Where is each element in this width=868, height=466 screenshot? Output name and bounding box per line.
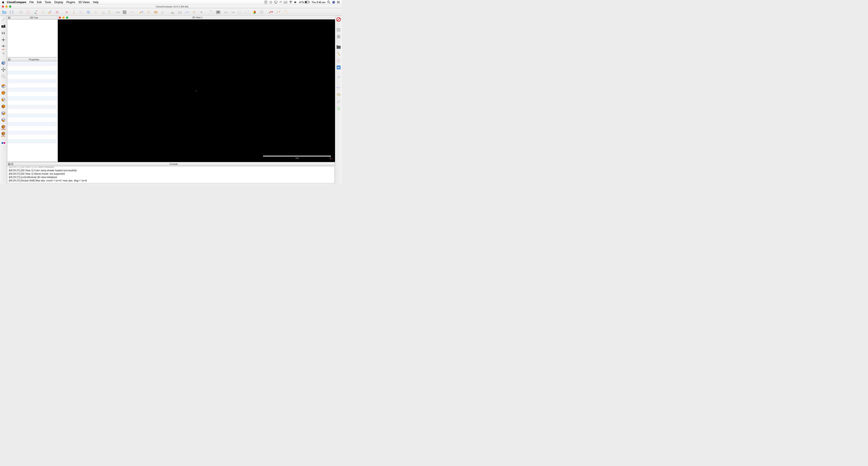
one-to-one-icon[interactable]: 1:1	[1, 30, 6, 36]
view3d-zoom-button[interactable]	[66, 17, 68, 19]
stroke2-icon[interactable]	[275, 9, 282, 15]
cube-back-icon[interactable]: BACK	[1, 131, 6, 136]
clipboard2-icon[interactable]	[282, 9, 289, 15]
sf-label-icon[interactable]: SF	[215, 9, 221, 15]
view3d-close-button[interactable]	[59, 17, 61, 19]
edl-icon[interactable]	[336, 27, 341, 33]
wand-icon[interactable]	[1, 17, 6, 22]
cube-top-icon[interactable]	[1, 83, 6, 89]
export-bin-icon[interactable]: BIN	[237, 9, 243, 15]
crosshair-icon[interactable]	[145, 9, 152, 15]
save-icon[interactable]	[8, 9, 15, 15]
properties-panel-header[interactable]: ◧ Properties	[7, 58, 58, 61]
ssao-icon[interactable]	[336, 34, 341, 39]
cube-front-icon[interactable]: FRONT	[1, 124, 6, 129]
mesh-blue-icon[interactable]	[85, 9, 92, 15]
stats-icon[interactable]	[128, 9, 135, 15]
dbtree-panel[interactable]	[7, 20, 57, 57]
window-close-button[interactable]	[2, 5, 4, 8]
open-icon[interactable]	[1, 9, 8, 15]
transform-icon[interactable]	[39, 9, 46, 15]
magnify-icon[interactable]	[1, 74, 6, 79]
plus-auto-icon[interactable]: auto	[1, 44, 6, 49]
scatter-icon[interactable]	[78, 9, 85, 15]
merge-icon[interactable]	[138, 9, 145, 15]
status-spotlight-icon[interactable]	[327, 1, 330, 4]
cube-perspective-icon[interactable]	[1, 60, 6, 66]
app-name[interactable]: CloudCompare	[7, 1, 26, 4]
menu-display[interactable]: Display	[54, 1, 63, 4]
cube-right-icon[interactable]	[1, 104, 6, 109]
material-icon[interactable]	[121, 9, 128, 15]
status-siri-icon[interactable]	[332, 1, 335, 4]
crop-icon[interactable]	[191, 9, 197, 15]
camera-icon[interactable]	[1, 24, 6, 29]
pick-up-icon[interactable]	[70, 9, 77, 15]
status-notifications-icon[interactable]	[337, 1, 340, 3]
target-icon[interactable]	[18, 9, 24, 15]
menu-file[interactable]: File	[29, 1, 34, 4]
axes-plus-icon[interactable]: +	[32, 9, 39, 15]
panel-detach-icon[interactable]: ◧	[8, 16, 11, 19]
status-keyboard-icon[interactable]	[284, 1, 287, 3]
cube-left-icon[interactable]	[1, 97, 6, 102]
plus-icon[interactable]	[1, 37, 6, 42]
status-sync-icon[interactable]	[279, 1, 282, 4]
forbidden-icon[interactable]	[336, 17, 341, 22]
status-play-icon[interactable]	[269, 1, 272, 4]
move-icon[interactable]	[1, 67, 6, 72]
menu-help[interactable]: Help	[93, 1, 98, 4]
menu-3dviews[interactable]: 3D Views	[79, 1, 90, 4]
compass-icon[interactable]	[336, 58, 341, 63]
view3d-header[interactable]: 3D View 1	[58, 16, 335, 20]
view3d-viewport[interactable]: + 750	[58, 20, 335, 162]
cube-back-right-icon[interactable]	[1, 110, 6, 116]
status-battery[interactable]: 47%	[299, 1, 310, 4]
status-airplay-icon[interactable]	[274, 1, 277, 4]
flickr-icon[interactable]	[1, 140, 6, 146]
menu-tools[interactable]: Tools	[45, 1, 51, 4]
delete-icon[interactable]	[54, 9, 61, 15]
view3d-minimize-button[interactable]	[62, 17, 65, 19]
status-shield-icon[interactable]	[264, 1, 268, 4]
cc-icon[interactable]: CCCC	[107, 9, 114, 15]
dbtree-panel-header[interactable]: ◧ DB Tree	[7, 16, 58, 20]
pie-icon[interactable]	[251, 9, 258, 15]
grid-mesh-icon[interactable]	[336, 92, 341, 98]
ransac-icon[interactable]	[336, 99, 341, 105]
m3c2-icon[interactable]: M3C2	[336, 86, 341, 91]
chi-icon[interactable]: χ	[160, 9, 166, 15]
window-zoom-button[interactable]	[9, 5, 11, 8]
export-csv-icon[interactable]: CSV	[244, 9, 250, 15]
kd-icon[interactable]: Kd	[222, 9, 229, 15]
clipboard-icon[interactable]	[208, 9, 214, 15]
align-icon[interactable]	[46, 9, 53, 15]
curve-icon[interactable]	[184, 9, 190, 15]
bars-icon[interactable]	[176, 9, 183, 15]
sphere-red-icon[interactable]	[63, 9, 70, 15]
console-body[interactable]: [09:29:27] [3D View 1] GL filters availa…	[7, 166, 335, 183]
console-close-icon[interactable]: ✕	[8, 163, 10, 165]
subsample-icon[interactable]	[92, 9, 99, 15]
broom-icon[interactable]	[336, 51, 341, 57]
sphere-green-icon[interactable]	[336, 106, 341, 111]
section-icon[interactable]	[152, 9, 159, 15]
density-icon[interactable]	[99, 9, 106, 15]
cube-front-left-icon[interactable]	[1, 90, 6, 95]
console-detach-icon[interactable]: ◧	[11, 163, 13, 165]
fm-icon[interactable]: FM	[229, 9, 236, 15]
panel-detach-icon[interactable]: ◧	[8, 58, 11, 61]
clapper-icon[interactable]	[336, 44, 341, 50]
histogram-icon[interactable]	[169, 9, 176, 15]
cube-bottom-icon[interactable]	[1, 117, 6, 123]
status-wifi-icon[interactable]	[289, 1, 292, 3]
window-minimize-button[interactable]	[5, 5, 8, 8]
status-clock[interactable]: Thu 9:40 am	[311, 1, 326, 4]
console-header[interactable]: ✕ ◧ Console	[7, 162, 335, 166]
add-icon[interactable]	[198, 9, 205, 15]
arrow-left-icon[interactable]	[1, 51, 6, 56]
menu-edit[interactable]: Edit	[37, 1, 41, 4]
stroke-icon[interactable]	[268, 9, 274, 15]
status-volume-icon[interactable]	[294, 1, 297, 4]
sf-blue-icon[interactable]: SF	[336, 65, 341, 70]
